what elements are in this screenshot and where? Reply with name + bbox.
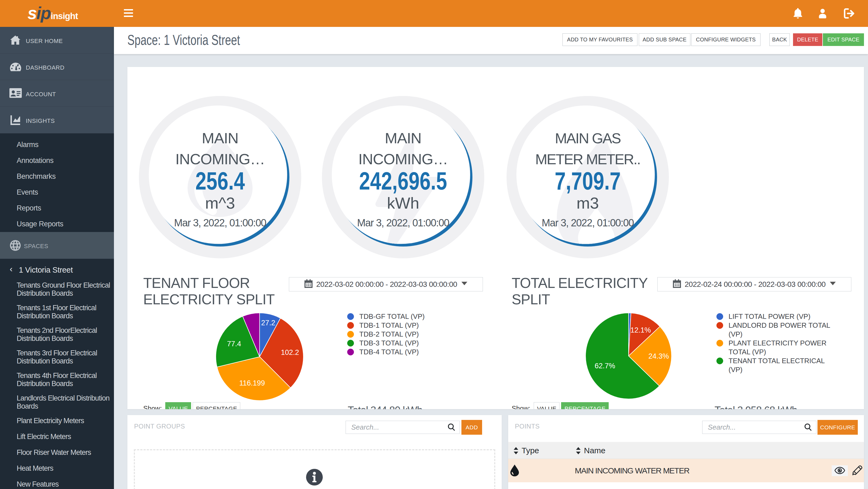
svg-text:102.2: 102.2 [281,348,299,357]
svg-text:27.2: 27.2 [261,319,275,327]
svg-text:77.4: 77.4 [227,340,241,348]
svg-text:116.199: 116.199 [239,379,265,387]
svg-text:62.7%: 62.7% [595,362,615,370]
svg-text:24.3%: 24.3% [648,352,669,360]
svg-text:12.1%: 12.1% [630,326,651,334]
